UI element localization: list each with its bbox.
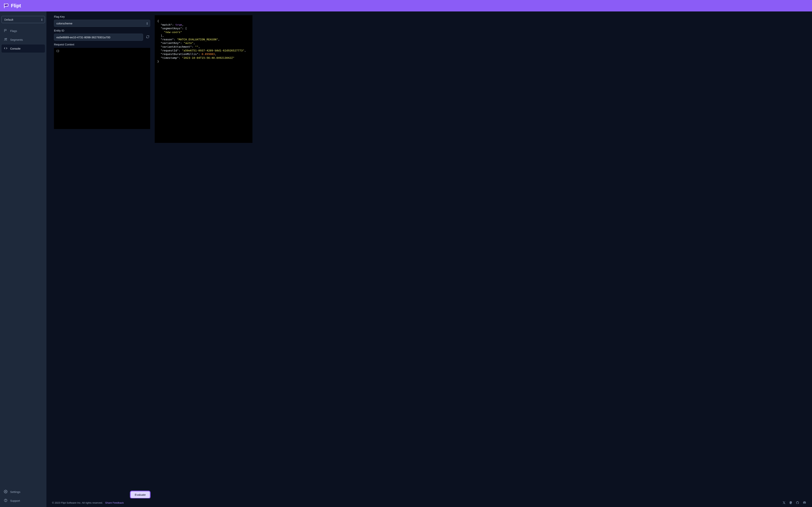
discord-icon[interactable] <box>803 501 806 505</box>
svg-point-0 <box>5 38 6 39</box>
flag-key-value: colorscheme <box>56 22 72 25</box>
topbar: Flipt <box>0 0 812 11</box>
sidebar-item-label: Settings <box>10 490 20 494</box>
entity-id-value: ea5e8689-ee10-4731-8098-36279301a700 <box>56 36 110 39</box>
sidebar-nav-bottom: Settings Support <box>1 488 45 505</box>
namespace-select[interactable]: Default ▴▾ <box>1 16 45 23</box>
share-feedback-link[interactable]: Share Feedback <box>105 501 124 504</box>
sidebar: Default ▴▾ Flags Segments <box>0 11 46 507</box>
sidebar-item-settings[interactable]: Settings <box>1 488 45 496</box>
svg-point-2 <box>5 491 6 492</box>
sidebar-item-console[interactable]: Console <box>1 45 45 53</box>
response-panel: { "match": true, "segmentKeys": [ "new-u… <box>155 15 252 498</box>
sidebar-item-flags[interactable]: Flags <box>1 27 45 35</box>
sidebar-item-segments[interactable]: Segments <box>1 36 45 44</box>
sidebar-item-label: Console <box>10 47 20 50</box>
copyright-text: © 2023 Flipt Software Inc. All rights re… <box>52 501 103 504</box>
users-icon <box>4 38 7 42</box>
entity-id-input[interactable]: ea5e8689-ee10-4731-8098-36279301a700 <box>54 34 143 41</box>
svg-point-1 <box>6 38 7 39</box>
brand: Flipt <box>3 3 21 9</box>
request-context-input[interactable]: {} <box>54 48 150 129</box>
footer: © 2023 Flipt Software Inc. All rights re… <box>46 498 812 507</box>
namespace-selected-label: Default <box>4 18 13 21</box>
entity-id-label: Entity ID <box>54 29 150 32</box>
sidebar-item-label: Flags <box>10 29 17 33</box>
main: Flag Key colorscheme ▴▾ Entity ID ea5e86… <box>46 11 812 507</box>
console-form: Flag Key colorscheme ▴▾ Entity ID ea5e86… <box>54 15 150 498</box>
request-context-label: Request Context <box>54 43 150 46</box>
evaluate-button[interactable]: Evaluate <box>130 491 150 498</box>
help-icon <box>4 499 7 503</box>
sidebar-item-label: Support <box>10 499 20 502</box>
response-json: { "match": true, "segmentKeys": [ "new-u… <box>155 15 252 143</box>
sidebar-item-support[interactable]: Support <box>1 497 45 505</box>
chevron-updown-icon: ▴▾ <box>147 22 148 25</box>
github-icon[interactable] <box>796 501 799 504</box>
sidebar-nav: Flags Segments Console <box>1 27 45 53</box>
sidebar-item-label: Segments <box>10 38 23 41</box>
flag-logo-icon <box>3 3 9 9</box>
flag-key-label: Flag Key <box>54 15 150 18</box>
brand-name: Flipt <box>11 3 21 9</box>
gear-icon <box>4 490 7 494</box>
refresh-icon[interactable] <box>145 34 150 40</box>
flag-key-select[interactable]: colorscheme ▴▾ <box>54 20 150 27</box>
flag-icon <box>4 29 7 33</box>
code-icon <box>4 46 7 51</box>
x-twitter-icon[interactable] <box>782 501 786 504</box>
chevron-updown-icon: ▴▾ <box>41 18 43 21</box>
mastodon-icon[interactable] <box>789 501 793 504</box>
